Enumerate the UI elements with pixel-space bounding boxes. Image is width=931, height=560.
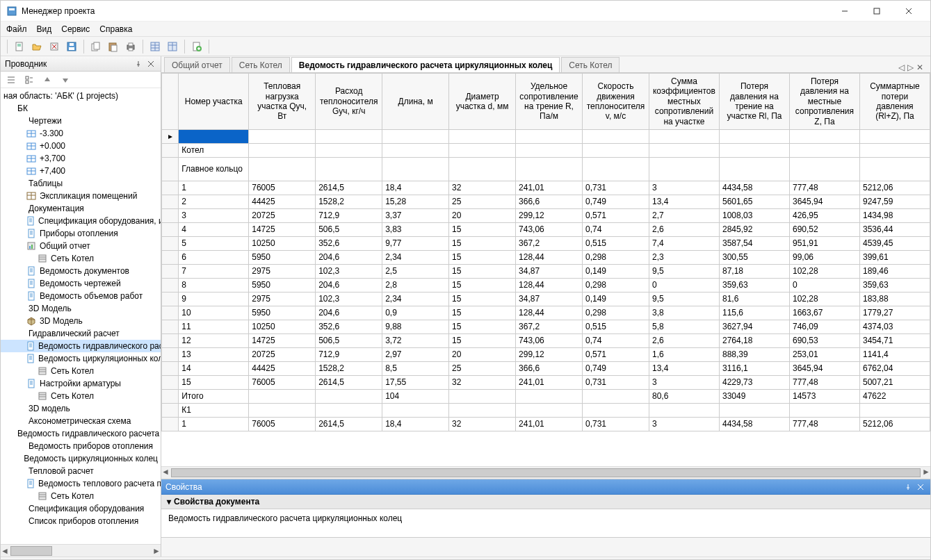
cell[interactable]: 14 — [179, 361, 249, 375]
cell[interactable] — [789, 157, 859, 181]
close-button[interactable] — [893, 1, 925, 21]
tree-root[interactable]: ная область: 'АБК' (1 projects) — [1, 90, 161, 102]
table-row[interactable]: 2444251528,215,2825366,60,74913,45601,65… — [162, 195, 930, 208]
cell[interactable]: 359,63 — [719, 278, 789, 292]
pin-icon[interactable] — [902, 481, 914, 493]
cell[interactable]: 13,4 — [649, 195, 719, 208]
toolbar-new-icon[interactable] — [12, 39, 27, 54]
cell[interactable]: 1528,2 — [316, 195, 382, 208]
tree-list2-icon[interactable] — [22, 72, 37, 88]
tab-close-icon[interactable]: ✕ — [916, 63, 923, 72]
cell[interactable]: 104 — [382, 389, 449, 403]
cell[interactable] — [516, 129, 583, 143]
tree-item[interactable]: 3D Модель — [1, 315, 161, 327]
cell[interactable] — [649, 143, 719, 157]
table-row[interactable]: 1760052614,518,432241,010,73134434,58777… — [162, 181, 930, 195]
cell[interactable]: 1 — [179, 181, 249, 195]
cell[interactable]: 0 — [789, 278, 859, 292]
cell[interactable]: 0 — [649, 278, 719, 292]
cell[interactable] — [789, 403, 859, 417]
cell[interactable]: 1528,2 — [316, 361, 382, 375]
cell[interactable]: 102,28 — [789, 264, 859, 278]
cell[interactable]: 3645,94 — [789, 361, 859, 375]
cell[interactable]: 25 — [449, 195, 516, 208]
row-header[interactable] — [162, 306, 179, 320]
cell[interactable]: 20725 — [249, 208, 316, 222]
cell[interactable]: 0,515 — [583, 320, 649, 333]
cell[interactable]: 15 — [449, 306, 516, 320]
tree-item[interactable]: Сеть Котел — [1, 390, 161, 402]
tree-item[interactable]: Ведомость теплового расчета приборов ото… — [1, 477, 161, 490]
cell[interactable]: 2975 — [249, 292, 316, 306]
cell[interactable] — [516, 157, 583, 181]
cell[interactable]: 367,2 — [516, 236, 583, 250]
close-panel-icon[interactable] — [915, 481, 926, 493]
cell[interactable]: 1434,98 — [859, 208, 930, 222]
cell[interactable] — [516, 389, 583, 403]
cell[interactable]: 102,3 — [316, 264, 382, 278]
maximize-button[interactable] — [861, 1, 893, 21]
tree-item[interactable]: Спецификация оборудования, изделий и мат… — [1, 215, 161, 227]
tab[interactable]: Ведомость гидравлического расчета циркул… — [291, 57, 560, 72]
tree-item[interactable]: Общий отчет — [1, 240, 161, 252]
tree-item[interactable]: Сеть Котел — [1, 365, 161, 377]
cell[interactable]: 3 — [649, 375, 719, 389]
row-header[interactable] — [162, 292, 179, 306]
row-header[interactable] — [162, 236, 179, 250]
cell[interactable]: 80,6 — [649, 389, 719, 403]
cell[interactable] — [583, 143, 649, 157]
tree-item[interactable]: Документация — [1, 202, 161, 215]
cell[interactable] — [316, 143, 382, 157]
toolbar-paste-icon[interactable] — [106, 39, 121, 54]
cell[interactable]: 2,3 — [649, 250, 719, 264]
tree-list-icon[interactable] — [3, 72, 19, 88]
cell[interactable]: 87,18 — [719, 264, 789, 278]
cell[interactable]: 25 — [449, 361, 516, 375]
cell[interactable]: 32 — [449, 375, 516, 389]
cell[interactable]: 7 — [179, 264, 249, 278]
tree-item[interactable]: Настройки арматуры — [1, 377, 161, 390]
cell[interactable]: 712,9 — [316, 347, 382, 361]
cell[interactable] — [649, 157, 719, 181]
data-grid[interactable]: Номер участкаТепловая нагрузка участка Q… — [161, 73, 930, 466]
column-header[interactable]: Сумма коэффициентов местных сопротивлени… — [649, 74, 719, 130]
tree-item[interactable]: Ведомость объемов работ — [1, 290, 161, 302]
cell[interactable]: 47622 — [859, 389, 930, 403]
cell[interactable]: 115,6 — [719, 306, 789, 320]
cell[interactable]: 3,8 — [649, 306, 719, 320]
cell[interactable] — [719, 143, 789, 157]
tree-item[interactable]: Сеть Котел — [1, 252, 161, 265]
cell[interactable]: 9,5 — [649, 264, 719, 278]
cell[interactable] — [249, 143, 316, 157]
row-header[interactable] — [162, 195, 179, 208]
cell[interactable]: 5 — [179, 236, 249, 250]
cell[interactable] — [382, 129, 449, 143]
cell[interactable]: 76005 — [249, 181, 316, 195]
row-header[interactable] — [162, 403, 179, 417]
cell[interactable]: 15 — [449, 250, 516, 264]
tree-item[interactable]: Таблицы — [1, 177, 161, 190]
cell[interactable]: 690,52 — [789, 222, 859, 236]
row-header[interactable] — [162, 208, 179, 222]
menu-file[interactable]: Файл — [6, 24, 27, 34]
column-header[interactable]: Удельное сопротивление на трение R, Па/м — [516, 74, 583, 130]
cell[interactable]: 2,97 — [382, 347, 449, 361]
cell[interactable] — [449, 143, 516, 157]
cell[interactable]: 3,37 — [382, 208, 449, 222]
cell[interactable]: Котел — [179, 143, 249, 157]
cell[interactable]: 5950 — [249, 250, 316, 264]
tree-down-icon[interactable] — [58, 72, 73, 88]
cell[interactable]: 18,4 — [382, 181, 449, 195]
row-header[interactable] — [162, 143, 179, 157]
cell[interactable]: К1 — [179, 403, 249, 417]
cell[interactable]: 3587,54 — [719, 236, 789, 250]
cell[interactable]: 44425 — [249, 195, 316, 208]
tree-item[interactable]: +3,700 — [1, 152, 161, 165]
tree-item[interactable]: Ведомость гидравлического расчета циркул… — [1, 340, 161, 352]
cell[interactable]: 1663,67 — [789, 306, 859, 320]
cell[interactable]: 5212,06 — [859, 181, 930, 195]
cell[interactable]: 712,9 — [316, 208, 382, 222]
table-row[interactable]: 1110250352,69,8815367,20,5155,83627,9474… — [162, 320, 930, 333]
cell[interactable]: 0,515 — [583, 236, 649, 250]
cell[interactable]: 2975 — [249, 264, 316, 278]
